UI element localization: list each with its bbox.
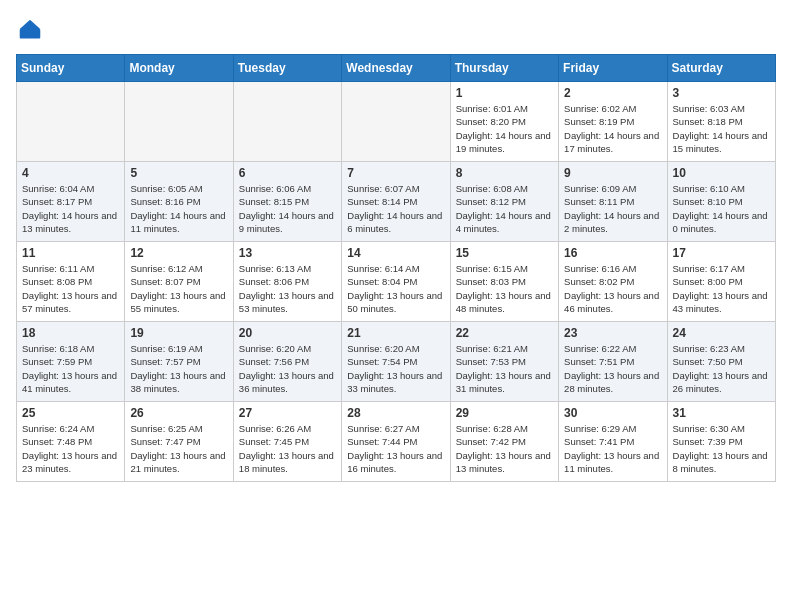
day-info: Sunrise: 6:04 AMSunset: 8:17 PMDaylight:… (22, 182, 119, 235)
day-number: 9 (564, 166, 661, 180)
week-row-1: 1Sunrise: 6:01 AMSunset: 8:20 PMDaylight… (17, 82, 776, 162)
day-info: Sunrise: 6:01 AMSunset: 8:20 PMDaylight:… (456, 102, 553, 155)
day-info: Sunrise: 6:22 AMSunset: 7:51 PMDaylight:… (564, 342, 661, 395)
week-row-2: 4Sunrise: 6:04 AMSunset: 8:17 PMDaylight… (17, 162, 776, 242)
calendar-cell: 29Sunrise: 6:28 AMSunset: 7:42 PMDayligh… (450, 402, 558, 482)
calendar-cell: 21Sunrise: 6:20 AMSunset: 7:54 PMDayligh… (342, 322, 450, 402)
day-number: 21 (347, 326, 444, 340)
calendar-table: SundayMondayTuesdayWednesdayThursdayFrid… (16, 54, 776, 482)
calendar-cell: 12Sunrise: 6:12 AMSunset: 8:07 PMDayligh… (125, 242, 233, 322)
col-header-wednesday: Wednesday (342, 55, 450, 82)
calendar-cell: 17Sunrise: 6:17 AMSunset: 8:00 PMDayligh… (667, 242, 775, 322)
day-number: 5 (130, 166, 227, 180)
calendar-cell: 9Sunrise: 6:09 AMSunset: 8:11 PMDaylight… (559, 162, 667, 242)
day-number: 22 (456, 326, 553, 340)
day-number: 24 (673, 326, 770, 340)
day-number: 14 (347, 246, 444, 260)
day-number: 7 (347, 166, 444, 180)
day-info: Sunrise: 6:21 AMSunset: 7:53 PMDaylight:… (456, 342, 553, 395)
day-number: 15 (456, 246, 553, 260)
svg-rect-1 (20, 29, 41, 38)
day-info: Sunrise: 6:05 AMSunset: 8:16 PMDaylight:… (130, 182, 227, 235)
calendar-cell: 22Sunrise: 6:21 AMSunset: 7:53 PMDayligh… (450, 322, 558, 402)
calendar-cell: 27Sunrise: 6:26 AMSunset: 7:45 PMDayligh… (233, 402, 341, 482)
day-info: Sunrise: 6:26 AMSunset: 7:45 PMDaylight:… (239, 422, 336, 475)
calendar-cell (233, 82, 341, 162)
day-number: 17 (673, 246, 770, 260)
calendar-cell: 11Sunrise: 6:11 AMSunset: 8:08 PMDayligh… (17, 242, 125, 322)
day-info: Sunrise: 6:10 AMSunset: 8:10 PMDaylight:… (673, 182, 770, 235)
day-info: Sunrise: 6:20 AMSunset: 7:54 PMDaylight:… (347, 342, 444, 395)
week-row-4: 18Sunrise: 6:18 AMSunset: 7:59 PMDayligh… (17, 322, 776, 402)
day-number: 30 (564, 406, 661, 420)
logo-icon (16, 16, 44, 44)
logo (16, 16, 48, 44)
calendar-cell: 16Sunrise: 6:16 AMSunset: 8:02 PMDayligh… (559, 242, 667, 322)
day-number: 31 (673, 406, 770, 420)
day-number: 27 (239, 406, 336, 420)
calendar-header-row: SundayMondayTuesdayWednesdayThursdayFrid… (17, 55, 776, 82)
calendar-cell: 10Sunrise: 6:10 AMSunset: 8:10 PMDayligh… (667, 162, 775, 242)
day-number: 18 (22, 326, 119, 340)
calendar-cell: 23Sunrise: 6:22 AMSunset: 7:51 PMDayligh… (559, 322, 667, 402)
calendar-cell: 25Sunrise: 6:24 AMSunset: 7:48 PMDayligh… (17, 402, 125, 482)
day-number: 29 (456, 406, 553, 420)
calendar-cell: 14Sunrise: 6:14 AMSunset: 8:04 PMDayligh… (342, 242, 450, 322)
day-info: Sunrise: 6:16 AMSunset: 8:02 PMDaylight:… (564, 262, 661, 315)
day-info: Sunrise: 6:17 AMSunset: 8:00 PMDaylight:… (673, 262, 770, 315)
day-info: Sunrise: 6:18 AMSunset: 7:59 PMDaylight:… (22, 342, 119, 395)
day-info: Sunrise: 6:06 AMSunset: 8:15 PMDaylight:… (239, 182, 336, 235)
day-info: Sunrise: 6:24 AMSunset: 7:48 PMDaylight:… (22, 422, 119, 475)
calendar-cell: 18Sunrise: 6:18 AMSunset: 7:59 PMDayligh… (17, 322, 125, 402)
day-number: 8 (456, 166, 553, 180)
col-header-thursday: Thursday (450, 55, 558, 82)
col-header-friday: Friday (559, 55, 667, 82)
calendar-cell (125, 82, 233, 162)
week-row-5: 25Sunrise: 6:24 AMSunset: 7:48 PMDayligh… (17, 402, 776, 482)
calendar-cell: 24Sunrise: 6:23 AMSunset: 7:50 PMDayligh… (667, 322, 775, 402)
day-number: 26 (130, 406, 227, 420)
day-number: 20 (239, 326, 336, 340)
day-number: 6 (239, 166, 336, 180)
day-number: 28 (347, 406, 444, 420)
day-info: Sunrise: 6:08 AMSunset: 8:12 PMDaylight:… (456, 182, 553, 235)
calendar-cell: 5Sunrise: 6:05 AMSunset: 8:16 PMDaylight… (125, 162, 233, 242)
day-number: 19 (130, 326, 227, 340)
svg-marker-0 (20, 20, 41, 29)
day-number: 3 (673, 86, 770, 100)
calendar-cell: 6Sunrise: 6:06 AMSunset: 8:15 PMDaylight… (233, 162, 341, 242)
calendar-cell: 28Sunrise: 6:27 AMSunset: 7:44 PMDayligh… (342, 402, 450, 482)
day-number: 25 (22, 406, 119, 420)
day-info: Sunrise: 6:19 AMSunset: 7:57 PMDaylight:… (130, 342, 227, 395)
day-info: Sunrise: 6:15 AMSunset: 8:03 PMDaylight:… (456, 262, 553, 315)
day-info: Sunrise: 6:14 AMSunset: 8:04 PMDaylight:… (347, 262, 444, 315)
col-header-monday: Monday (125, 55, 233, 82)
calendar-cell (342, 82, 450, 162)
day-number: 1 (456, 86, 553, 100)
page-header (16, 16, 776, 44)
calendar-cell: 30Sunrise: 6:29 AMSunset: 7:41 PMDayligh… (559, 402, 667, 482)
calendar-cell: 4Sunrise: 6:04 AMSunset: 8:17 PMDaylight… (17, 162, 125, 242)
day-info: Sunrise: 6:07 AMSunset: 8:14 PMDaylight:… (347, 182, 444, 235)
day-info: Sunrise: 6:09 AMSunset: 8:11 PMDaylight:… (564, 182, 661, 235)
day-info: Sunrise: 6:20 AMSunset: 7:56 PMDaylight:… (239, 342, 336, 395)
calendar-cell: 2Sunrise: 6:02 AMSunset: 8:19 PMDaylight… (559, 82, 667, 162)
day-info: Sunrise: 6:03 AMSunset: 8:18 PMDaylight:… (673, 102, 770, 155)
day-info: Sunrise: 6:29 AMSunset: 7:41 PMDaylight:… (564, 422, 661, 475)
calendar-cell: 31Sunrise: 6:30 AMSunset: 7:39 PMDayligh… (667, 402, 775, 482)
day-number: 16 (564, 246, 661, 260)
day-info: Sunrise: 6:27 AMSunset: 7:44 PMDaylight:… (347, 422, 444, 475)
day-number: 11 (22, 246, 119, 260)
day-info: Sunrise: 6:23 AMSunset: 7:50 PMDaylight:… (673, 342, 770, 395)
calendar-cell: 19Sunrise: 6:19 AMSunset: 7:57 PMDayligh… (125, 322, 233, 402)
calendar-cell: 7Sunrise: 6:07 AMSunset: 8:14 PMDaylight… (342, 162, 450, 242)
day-info: Sunrise: 6:11 AMSunset: 8:08 PMDaylight:… (22, 262, 119, 315)
calendar-cell (17, 82, 125, 162)
week-row-3: 11Sunrise: 6:11 AMSunset: 8:08 PMDayligh… (17, 242, 776, 322)
col-header-saturday: Saturday (667, 55, 775, 82)
day-info: Sunrise: 6:12 AMSunset: 8:07 PMDaylight:… (130, 262, 227, 315)
day-info: Sunrise: 6:30 AMSunset: 7:39 PMDaylight:… (673, 422, 770, 475)
day-info: Sunrise: 6:13 AMSunset: 8:06 PMDaylight:… (239, 262, 336, 315)
calendar-cell: 20Sunrise: 6:20 AMSunset: 7:56 PMDayligh… (233, 322, 341, 402)
day-number: 12 (130, 246, 227, 260)
